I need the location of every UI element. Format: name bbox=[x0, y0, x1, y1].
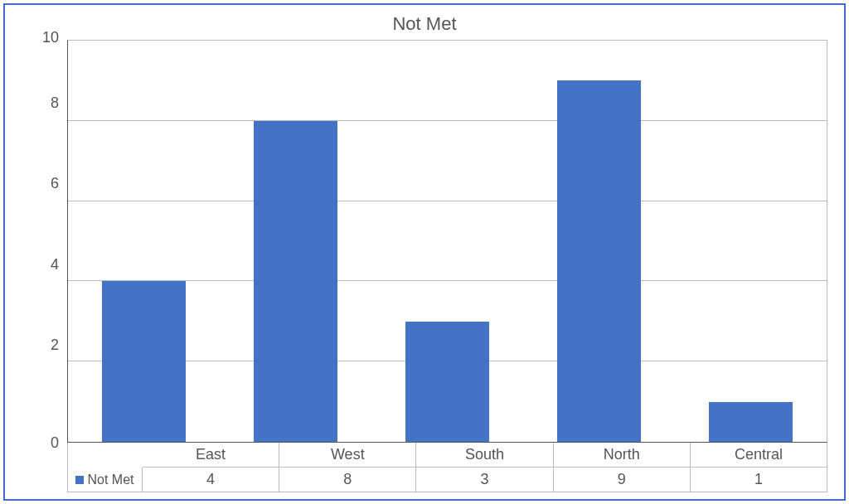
table-corner-spacer bbox=[68, 443, 143, 468]
chart-title: Not Met bbox=[22, 13, 827, 35]
bars-area bbox=[68, 41, 827, 442]
value-row: Not Met 4 8 3 9 1 bbox=[67, 468, 827, 492]
bar-south bbox=[405, 322, 489, 442]
legend-item: Not Met bbox=[68, 468, 143, 492]
y-tick-label: 6 bbox=[51, 175, 59, 192]
bar-east bbox=[102, 281, 186, 442]
value-label: 4 bbox=[143, 468, 279, 492]
category-label: East bbox=[143, 443, 279, 468]
data-table: East West South North Central Not Met 4 … bbox=[67, 443, 827, 492]
y-tick-label: 10 bbox=[42, 29, 59, 46]
bar-slot bbox=[68, 41, 220, 442]
chart-container: Not Met 0 2 4 6 8 10 bbox=[3, 3, 846, 501]
y-axis: 0 2 4 6 8 10 bbox=[22, 40, 67, 443]
y-tick-label: 4 bbox=[51, 255, 59, 273]
value-label: 9 bbox=[554, 468, 691, 492]
category-row: East West South North Central bbox=[67, 443, 827, 468]
category-label: North bbox=[554, 443, 691, 468]
bar-slot bbox=[675, 41, 827, 442]
y-tick-label: 0 bbox=[51, 434, 59, 452]
bar-slot bbox=[220, 41, 371, 442]
plot-area bbox=[67, 40, 827, 443]
category-label: Central bbox=[691, 443, 827, 468]
bar-central bbox=[709, 402, 793, 442]
value-label: 3 bbox=[416, 468, 553, 492]
y-tick-label: 2 bbox=[51, 336, 59, 353]
bar-slot bbox=[371, 41, 523, 442]
category-label: West bbox=[279, 443, 416, 468]
value-label: 1 bbox=[691, 468, 827, 492]
bar-slot bbox=[523, 41, 675, 442]
chart-body: 0 2 4 6 8 10 bbox=[22, 40, 827, 443]
category-label: South bbox=[416, 443, 553, 468]
value-label: 8 bbox=[279, 468, 416, 492]
legend-label: Not Met bbox=[87, 472, 133, 487]
bar-west bbox=[254, 121, 337, 442]
bar-north bbox=[557, 80, 641, 442]
legend-swatch-icon bbox=[75, 476, 84, 484]
y-tick-label: 8 bbox=[51, 94, 59, 112]
